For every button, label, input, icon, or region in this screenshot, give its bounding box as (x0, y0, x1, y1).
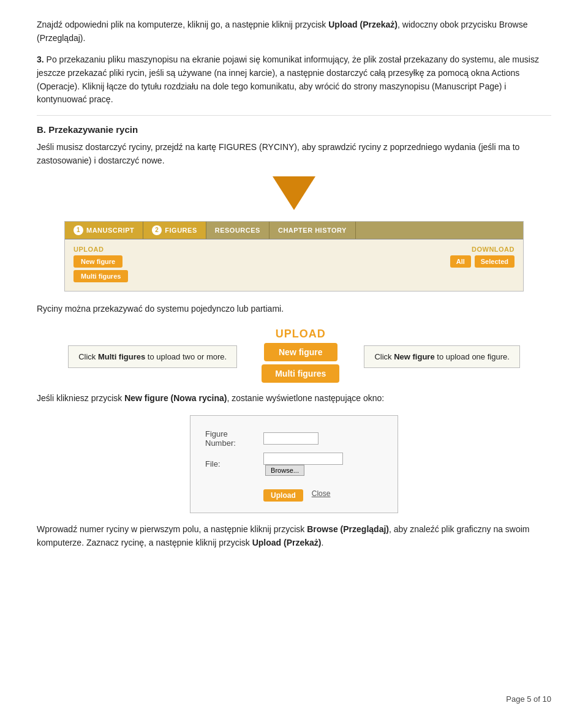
final-pre: Wprowadź numer ryciny w pierwszym polu, … (37, 524, 307, 534)
new-figure-post: , zostanie wyświetlone następujące okno: (227, 393, 384, 403)
tab-resources[interactable]: RESOURCES (206, 222, 270, 239)
separator (37, 115, 551, 116)
arrow-down-icon (273, 176, 315, 210)
file-input[interactable] (263, 453, 343, 465)
upload-widget: UPLOAD New figure Multi figures (262, 328, 339, 386)
tab-chapter-history[interactable]: CHAPTER HISTORY (270, 222, 356, 239)
new-figure-paragraph: Jeśli klikniesz przycisk New figure (Now… (37, 392, 551, 405)
final-bold2: Upload (Przekaż) (252, 538, 322, 547)
ryciny-paragraph: Ryciny można przekazywać do systemu poje… (37, 303, 551, 316)
callout-right-bold: New figure (394, 352, 434, 361)
callout-left-post: to upload two or more. (145, 352, 227, 361)
form-actions-cell: Upload Close (261, 478, 385, 504)
download-buttons: All Selected (450, 255, 514, 268)
callout-multi-figures-button[interactable]: Multi figures (262, 364, 339, 383)
tab-num-2: 2 (152, 225, 162, 235)
file-row: File: Browse... (203, 450, 385, 478)
download-all-button[interactable]: All (450, 255, 471, 268)
upload-label: UPLOAD (74, 246, 104, 253)
download-label: DOWNLOAD (472, 246, 514, 253)
section-b-heading: B. Przekazywanie rycin (37, 124, 551, 135)
tab-num-1: 1 (74, 225, 83, 235)
upload-section: UPLOAD New figure Multi figures (74, 246, 128, 285)
section-b-text: Jeśli musisz dostarczyć ryciny, przejdź … (37, 141, 551, 167)
final-post: . (322, 538, 324, 547)
figure-number-label: Figure Number: (203, 427, 261, 450)
callout-right: Click New figure to upload one figure. (364, 345, 519, 368)
figure-form: Figure Number: File: Browse... Upload Cl… (190, 415, 398, 513)
page-number: Page 5 of 10 (506, 694, 551, 704)
figure-form-table: Figure Number: File: Browse... Upload Cl… (203, 427, 385, 504)
figure-number-row: Figure Number: (203, 427, 385, 450)
new-figure-button[interactable]: New figure (74, 255, 123, 268)
tab-figures[interactable]: 2 FIGURES (143, 222, 206, 239)
download-section: DOWNLOAD All Selected (450, 246, 514, 268)
point3-number: 3. (37, 55, 44, 64)
figure-number-input-cell (261, 427, 385, 450)
callout-left-pre: Click (78, 352, 98, 361)
callout-right-pre: Click (374, 352, 394, 361)
tab-label-chapter-history: CHAPTER HISTORY (278, 227, 347, 234)
ui-body: UPLOAD New figure Multi figures DOWNLOAD… (65, 239, 523, 291)
tab-label-manuscript: MANUSCRIPT (86, 227, 134, 234)
ui-mock: 1 MANUSCRIPT 2 FIGURES RESOURCES CHAPTER… (64, 221, 524, 291)
tab-label-figures: FIGURES (165, 227, 197, 234)
form-actions-row: Upload Close (203, 478, 385, 504)
intro-paragraph: Znajdź odpowiedni plik na komputerze, kl… (37, 18, 551, 45)
upload-widget-label: UPLOAD (276, 328, 326, 340)
callout-left-bold: Multi figures (98, 352, 145, 361)
form-actions-spacer (203, 478, 261, 504)
arrow-container (37, 176, 551, 210)
multi-figures-button[interactable]: Multi figures (74, 270, 128, 282)
tab-manuscript[interactable]: 1 MANUSCRIPT (65, 222, 143, 239)
point3-paragraph: 3. Po przekazaniu pliku maszynopisu na e… (37, 53, 551, 107)
browse-button[interactable]: Browse... (265, 465, 304, 476)
final-bold1: Browse (Przeglądaj) (307, 524, 389, 534)
callout-row: Click Multi figures to upload two or mor… (37, 328, 551, 386)
figure-number-input[interactable] (263, 432, 318, 445)
file-label: File: (203, 450, 261, 478)
point3-body: Po przekazaniu pliku maszynopisu na ekra… (37, 55, 539, 104)
upload-button[interactable]: Upload (263, 489, 303, 502)
new-figure-pre: Jeśli klikniesz przycisk (37, 393, 124, 403)
form-actions: Upload Close (263, 486, 383, 502)
callout-left: Click Multi figures to upload two or mor… (68, 345, 237, 368)
callout-right-post: to upload one figure. (435, 352, 510, 361)
intro-text-pre: Znajdź odpowiedni plik na komputerze, kl… (37, 20, 328, 29)
download-selected-button[interactable]: Selected (475, 255, 514, 268)
new-figure-bold: New figure (Nowa rycina) (124, 393, 227, 403)
tab-label-resources: RESOURCES (215, 227, 260, 234)
final-paragraph: Wprowadź numer ryciny w pierwszym polu, … (37, 523, 551, 549)
file-input-cell: Browse... (261, 450, 385, 478)
ui-tabs: 1 MANUSCRIPT 2 FIGURES RESOURCES CHAPTER… (65, 222, 523, 239)
callout-new-figure-button[interactable]: New figure (264, 343, 337, 361)
close-link[interactable]: Close (312, 489, 331, 498)
intro-bold: Upload (Przekaż) (328, 20, 398, 29)
